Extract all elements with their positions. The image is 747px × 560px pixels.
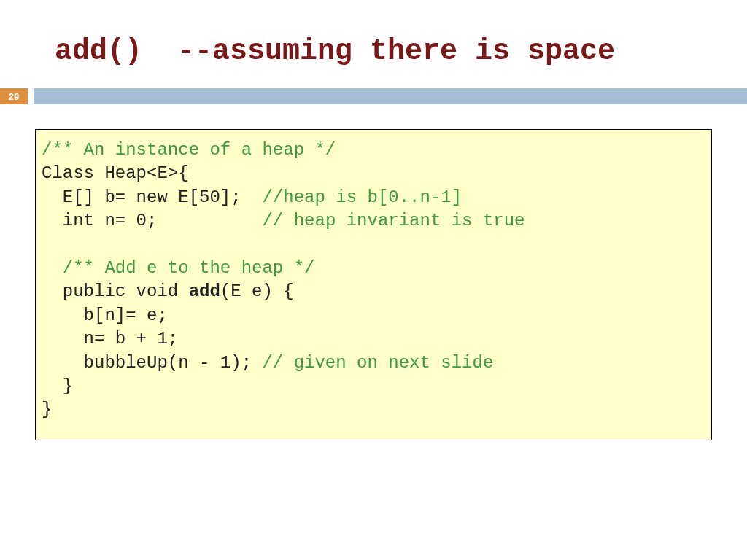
slide-title: add() --assuming there is space (0, 0, 747, 68)
code-line: bubbleUp(n - 1); (42, 353, 252, 373)
code-line: (E e) { (220, 281, 294, 301)
code-comment: //heap is b[0..n-1] (241, 187, 462, 207)
code-line: } (42, 400, 52, 419)
code-comment: /** An instance of a heap */ (42, 140, 336, 160)
code-line: E[] b= new E[50]; (42, 187, 241, 207)
code-comment: // given on next slide (252, 353, 493, 373)
page-number-badge: 29 (0, 88, 28, 104)
code-comment: // heap invariant is true (157, 211, 525, 230)
divider-bar (34, 88, 747, 104)
code-comment: /** Add e to the heap */ (42, 258, 314, 278)
code-bold: add (189, 281, 220, 301)
code-line: n= b + 1; (42, 329, 178, 349)
code-line: b[n]= e; (42, 306, 168, 325)
divider-row: 29 (0, 88, 747, 104)
code-line: int n= 0; (42, 211, 157, 230)
code-block: /** An instance of a heap */ Class Heap<… (35, 129, 712, 440)
code-line: Class Heap<E>{ (42, 163, 189, 183)
code-line: public void (42, 281, 189, 301)
code-line: } (42, 376, 73, 396)
divider-gap (28, 88, 34, 104)
